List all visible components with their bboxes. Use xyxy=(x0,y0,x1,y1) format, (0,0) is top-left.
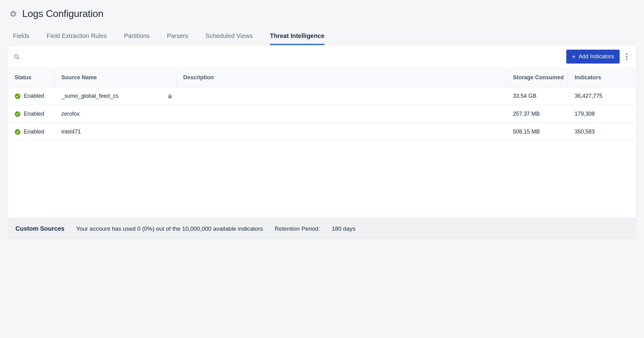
status-enabled-icon xyxy=(14,129,21,135)
storage-cell: 33.54 GB xyxy=(506,88,568,104)
source-name: _sumo_global_feed_cs xyxy=(61,93,118,99)
table-header: Status Source Name Description Storage C… xyxy=(8,68,636,87)
tab-threat-intelligence[interactable]: Threat Intelligence xyxy=(270,31,324,45)
col-header-status[interactable]: Status xyxy=(14,68,55,87)
status-text: Enabled xyxy=(24,93,44,99)
status-text: Enabled xyxy=(24,111,44,117)
footer-title: Custom Sources xyxy=(15,225,64,232)
tab-fields[interactable]: Fields xyxy=(13,31,29,45)
svg-line-1 xyxy=(18,57,19,59)
toolbar: + Add Indicators xyxy=(8,45,636,68)
search-icon[interactable] xyxy=(13,53,20,60)
more-menu-button[interactable] xyxy=(623,51,631,63)
storage-cell: 257.37 MB xyxy=(506,106,568,122)
indicators-cell: 350,583 xyxy=(568,124,630,140)
table-empty-area xyxy=(8,141,636,218)
description-cell xyxy=(176,127,506,137)
status-text: Enabled xyxy=(24,129,44,135)
tabs: Fields Field Extraction Rules Partitions… xyxy=(0,25,644,45)
indicators-cell: 36,427,775 xyxy=(568,88,630,104)
footer-bar: Custom Sources Your account has used 0 (… xyxy=(7,218,637,239)
description-cell xyxy=(176,91,506,101)
description-cell xyxy=(176,109,506,119)
sources-table: Status Source Name Description Storage C… xyxy=(8,68,636,218)
indicators-cell: 179,308 xyxy=(568,106,630,122)
page-title: Logs Configuration xyxy=(22,8,103,19)
table-body: Enabled _sumo_global_feed_cs 33.54 GB 36… xyxy=(8,87,636,141)
table-row[interactable]: Enabled _sumo_global_feed_cs 33.54 GB 36… xyxy=(8,87,636,105)
gear-icon xyxy=(9,10,17,18)
add-indicators-label: Add Indicators xyxy=(579,53,614,60)
footer-retention-value: 180 days xyxy=(332,225,355,232)
col-header-source[interactable]: Source Name xyxy=(55,68,176,87)
col-header-description[interactable]: Description xyxy=(176,68,506,87)
storage-cell: 508.15 MB xyxy=(506,124,568,140)
tab-scheduled-views[interactable]: Scheduled Views xyxy=(205,31,253,45)
plus-icon: + xyxy=(572,54,576,60)
tab-partitions[interactable]: Partitions xyxy=(124,31,150,45)
source-name: intel471 xyxy=(61,129,81,135)
svg-point-2 xyxy=(626,53,627,55)
svg-point-3 xyxy=(626,56,627,57)
col-header-storage[interactable]: Storage Consumed xyxy=(506,68,568,87)
page-header: Logs Configuration xyxy=(0,6,644,25)
col-header-indicators[interactable]: Indicators xyxy=(568,68,630,87)
status-enabled-icon xyxy=(14,111,21,117)
tab-field-extraction-rules[interactable]: Field Extraction Rules xyxy=(47,31,107,45)
footer-retention-label: Retention Period: xyxy=(275,225,320,232)
table-row[interactable]: Enabled intel471 508.15 MB 350,583 xyxy=(8,123,636,141)
add-indicators-button[interactable]: + Add Indicators xyxy=(566,50,620,64)
svg-point-4 xyxy=(626,58,627,60)
footer-usage: Your account has used 0 (0%) out of the … xyxy=(76,225,263,232)
tab-parsers[interactable]: Parsers xyxy=(167,31,188,45)
status-enabled-icon xyxy=(14,93,21,99)
lock-icon xyxy=(167,93,173,99)
table-row[interactable]: Enabled zerofox 257.37 MB 179,308 xyxy=(8,105,636,123)
source-name: zerofox xyxy=(61,111,80,117)
content-panel: + Add Indicators Status Source Name Desc… xyxy=(7,45,637,218)
